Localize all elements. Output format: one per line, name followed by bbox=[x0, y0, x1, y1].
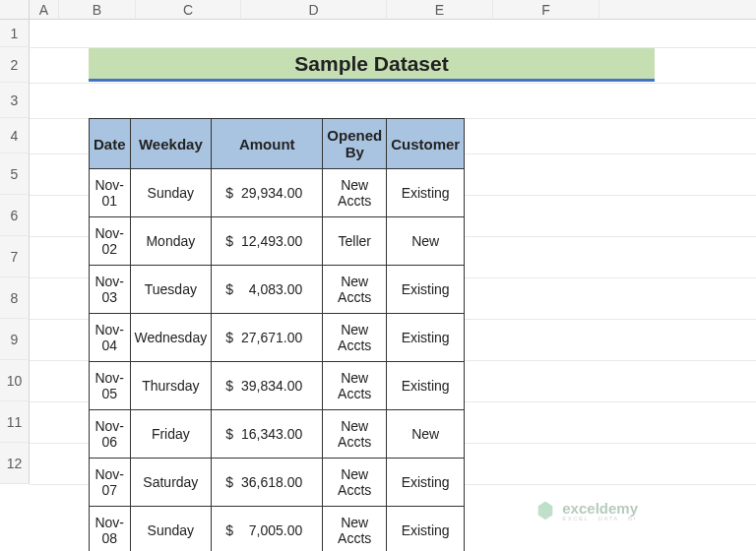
header-weekday[interactable]: Weekday bbox=[130, 119, 212, 169]
cell-opened-by[interactable]: New Accts bbox=[323, 410, 387, 459]
col-header-C[interactable]: C bbox=[136, 0, 241, 20]
table-row[interactable]: Nov-04Wednesday$27,671.00New AcctsExisti… bbox=[90, 314, 465, 362]
cell-opened-by[interactable]: New Accts bbox=[323, 362, 387, 410]
currency-symbol: $ bbox=[225, 330, 233, 345]
table-row[interactable]: Nov-08Sunday$7,005.00New AcctsExisting bbox=[90, 507, 465, 552]
currency-symbol: $ bbox=[225, 233, 233, 249]
table-row[interactable]: Nov-03Tuesday$4,083.00New AcctsExisting bbox=[90, 266, 465, 314]
row-header-8[interactable]: 8 bbox=[0, 277, 30, 319]
watermark-main: exceldemy bbox=[562, 501, 638, 516]
header-customer[interactable]: Customer bbox=[387, 119, 465, 169]
col-header-A[interactable]: A bbox=[30, 0, 59, 20]
amount-value: 7,005.00 bbox=[241, 522, 308, 538]
cell-amount[interactable]: $4,083.00 bbox=[212, 266, 323, 314]
cell-date[interactable]: Nov-02 bbox=[90, 217, 131, 266]
amount-value: 4,083.00 bbox=[241, 281, 308, 297]
cell-amount[interactable]: $27,671.00 bbox=[212, 314, 323, 362]
amount-value: 16,343.00 bbox=[241, 426, 308, 442]
row-header-7[interactable]: 7 bbox=[0, 236, 30, 277]
cell-amount[interactable]: $39,834.00 bbox=[212, 362, 323, 410]
row-header-2[interactable]: 2 bbox=[0, 47, 30, 83]
cell-amount[interactable]: $29,934.00 bbox=[212, 169, 323, 217]
cell-weekday[interactable]: Friday bbox=[130, 410, 212, 459]
spreadsheet-grid: ABCDEF 123456789101112 Sample Dataset Da… bbox=[0, 0, 756, 551]
cell-opened-by[interactable]: New Accts bbox=[323, 314, 387, 362]
row-header-4[interactable]: 4 bbox=[0, 118, 30, 153]
row-header-9[interactable]: 9 bbox=[0, 319, 30, 360]
cell-amount[interactable]: $36,618.00 bbox=[212, 459, 323, 507]
col-header-E[interactable]: E bbox=[387, 0, 493, 20]
col-header-D[interactable]: D bbox=[241, 0, 387, 20]
table-row[interactable]: Nov-07Saturday$36,618.00New AcctsExistin… bbox=[90, 459, 465, 507]
cell-date[interactable]: Nov-04 bbox=[90, 314, 131, 362]
cell-customer[interactable]: Existing bbox=[387, 314, 465, 362]
amount-value: 12,493.00 bbox=[241, 233, 308, 249]
cell-date[interactable]: Nov-03 bbox=[90, 266, 131, 314]
row-header-5[interactable]: 5 bbox=[0, 153, 30, 195]
cell-opened-by[interactable]: New Accts bbox=[323, 266, 387, 314]
row-header-10[interactable]: 10 bbox=[0, 360, 30, 401]
cell-amount[interactable]: $12,493.00 bbox=[212, 217, 323, 266]
currency-symbol: $ bbox=[225, 426, 233, 442]
cell-date[interactable]: Nov-05 bbox=[90, 362, 131, 410]
header-amount[interactable]: Amount bbox=[212, 119, 323, 169]
cell-weekday[interactable]: Thursday bbox=[130, 362, 212, 410]
cell-date[interactable]: Nov-01 bbox=[90, 169, 131, 217]
cell-amount[interactable]: $7,005.00 bbox=[212, 507, 323, 552]
table-row[interactable]: Nov-05Thursday$39,834.00New AcctsExistin… bbox=[90, 362, 465, 410]
cell-opened-by[interactable]: New Accts bbox=[323, 459, 387, 507]
cell-date[interactable]: Nov-07 bbox=[90, 459, 131, 507]
header-row: Date Weekday Amount Opened By Customer bbox=[90, 119, 465, 169]
row-header-11[interactable]: 11 bbox=[0, 401, 30, 443]
col-header-B[interactable]: B bbox=[59, 0, 136, 20]
row-header-12[interactable]: 12 bbox=[0, 443, 30, 484]
col-header-F[interactable]: F bbox=[493, 0, 599, 20]
cell-opened-by[interactable]: New Accts bbox=[323, 507, 387, 552]
cell-weekday[interactable]: Wednesday bbox=[130, 314, 212, 362]
cell-weekday[interactable]: Sunday bbox=[130, 507, 212, 552]
cell-customer[interactable]: New bbox=[387, 217, 465, 266]
table-row[interactable]: Nov-01Sunday$29,934.00New AcctsExisting bbox=[90, 169, 465, 217]
cell-weekday[interactable]: Sunday bbox=[130, 169, 212, 217]
row-header-1[interactable]: 1 bbox=[0, 20, 30, 47]
cell-customer[interactable]: Existing bbox=[387, 507, 465, 552]
cell-customer[interactable]: New bbox=[387, 410, 465, 459]
cell-date[interactable]: Nov-08 bbox=[90, 507, 131, 552]
row-headers: 123456789101112 bbox=[0, 20, 30, 484]
cell-weekday[interactable]: Monday bbox=[130, 217, 212, 266]
select-all-corner[interactable] bbox=[0, 0, 30, 20]
watermark: exceldemy EXCEL · DATA · BI bbox=[535, 500, 638, 521]
column-headers: ABCDEF bbox=[30, 0, 756, 20]
cell-weekday[interactable]: Saturday bbox=[130, 459, 212, 507]
col-header-extra bbox=[599, 0, 756, 20]
data-table: Date Weekday Amount Opened By Customer N… bbox=[89, 118, 465, 551]
header-date[interactable]: Date bbox=[90, 119, 131, 169]
amount-value: 27,671.00 bbox=[241, 330, 308, 345]
watermark-sub: EXCEL · DATA · BI bbox=[562, 516, 638, 521]
currency-symbol: $ bbox=[225, 185, 233, 201]
amount-value: 29,934.00 bbox=[241, 185, 308, 201]
cell-customer[interactable]: Existing bbox=[387, 362, 465, 410]
cell-date[interactable]: Nov-06 bbox=[90, 410, 131, 459]
amount-value: 39,834.00 bbox=[241, 378, 308, 394]
cell-weekday[interactable]: Tuesday bbox=[130, 266, 212, 314]
cell-customer[interactable]: Existing bbox=[387, 459, 465, 507]
page-title: Sample Dataset bbox=[294, 52, 448, 76]
header-opened[interactable]: Opened By bbox=[323, 119, 387, 169]
table-row[interactable]: Nov-02Monday$12,493.00TellerNew bbox=[90, 217, 465, 266]
currency-symbol: $ bbox=[225, 281, 233, 297]
cell-customer[interactable]: Existing bbox=[387, 266, 465, 314]
currency-symbol: $ bbox=[225, 474, 233, 490]
amount-value: 36,618.00 bbox=[241, 474, 308, 490]
cell-opened-by[interactable]: New Accts bbox=[323, 169, 387, 217]
row-header-6[interactable]: 6 bbox=[0, 195, 30, 236]
cell-amount[interactable]: $16,343.00 bbox=[212, 410, 323, 459]
row-header-3[interactable]: 3 bbox=[0, 83, 30, 118]
table-row[interactable]: Nov-06Friday$16,343.00New AcctsNew bbox=[90, 410, 465, 459]
cell-customer[interactable]: Existing bbox=[387, 169, 465, 217]
title-banner: Sample Dataset bbox=[89, 48, 655, 82]
logo-icon bbox=[535, 500, 556, 521]
cell-opened-by[interactable]: Teller bbox=[323, 217, 387, 266]
currency-symbol: $ bbox=[225, 378, 233, 394]
currency-symbol: $ bbox=[225, 522, 233, 538]
